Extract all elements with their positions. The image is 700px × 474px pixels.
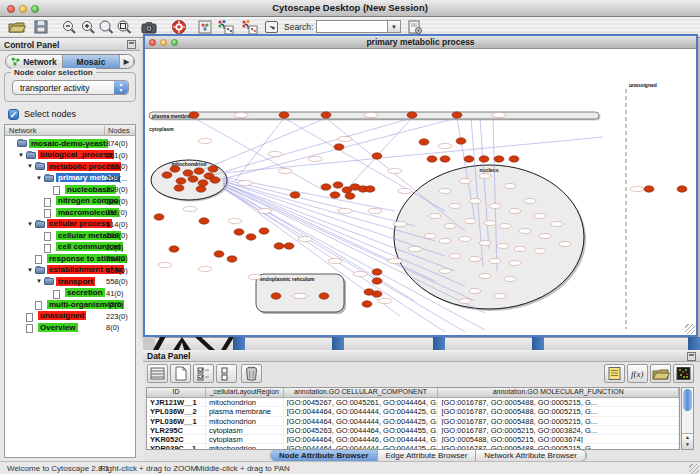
gene-label-oval[interactable] xyxy=(497,244,509,249)
network-node[interactable] xyxy=(194,168,204,174)
gene-label-oval[interactable] xyxy=(298,236,312,241)
table-cell[interactable]: mitochondrion xyxy=(206,417,284,425)
gene-label-oval[interactable] xyxy=(198,266,212,271)
gene-label-oval[interactable] xyxy=(439,269,451,274)
table-cell[interactable]: YJR121W__1 xyxy=(147,398,206,406)
gene-label-oval[interactable] xyxy=(444,224,456,229)
gene-label-oval[interactable] xyxy=(439,189,451,194)
table-cell[interactable]: [GO:0045263, GO:0044464, GO:0044455, G..… xyxy=(284,426,439,434)
table-cell[interactable]: YDR039C__1 xyxy=(147,444,206,450)
gene-label-oval[interactable] xyxy=(459,179,471,184)
network-node[interactable] xyxy=(170,166,180,172)
table-cell[interactable]: YPL036W__2 xyxy=(147,407,206,415)
gene-label-oval[interactable] xyxy=(464,219,476,224)
create-network-view-icon[interactable] xyxy=(196,19,214,35)
table-row[interactable]: YLR295Ccytoplasm[GO:0045263, GO:0044464,… xyxy=(147,426,679,435)
control-panel-float-icon[interactable] xyxy=(127,40,136,49)
table-cell[interactable]: [GO:0016787, GO:0005488, GO:0005215, G..… xyxy=(438,407,679,415)
table-cell[interactable]: mitochondrion xyxy=(206,398,284,406)
gene-label-oval[interactable] xyxy=(378,298,392,303)
table-cell[interactable]: [GO:0016787, GO:0005488, GO:0005215, G..… xyxy=(438,417,679,425)
gene-label-oval[interactable] xyxy=(469,289,481,294)
column-header-0[interactable]: ID xyxy=(147,388,206,397)
gene-label-oval[interactable] xyxy=(234,112,248,117)
network-resize-grip[interactable] xyxy=(685,324,695,334)
tree-row-label[interactable]: Overview xyxy=(38,323,78,332)
gene-label-oval[interactable] xyxy=(398,188,412,193)
gene-label-oval[interactable] xyxy=(393,221,407,226)
gene-label-oval[interactable] xyxy=(364,112,378,117)
network-node[interactable] xyxy=(284,243,294,249)
tree-row-cellular-process[interactable]: ▼cellular process614(0) xyxy=(5,219,135,231)
expand-triangle-icon[interactable]: ▼ xyxy=(36,175,42,181)
gene-label-oval[interactable] xyxy=(509,209,521,214)
table-cell[interactable]: [GO:0005488, GO:0005215, GO:0003674] xyxy=(438,435,679,443)
tree-row-biological-process[interactable]: ▼biological_process651(0) xyxy=(5,150,135,162)
network-node[interactable] xyxy=(259,228,269,234)
network-node[interactable] xyxy=(677,186,687,192)
network-node[interactable] xyxy=(494,156,504,162)
unselect-all-attributes-icon[interactable] xyxy=(216,364,237,383)
network-node[interactable] xyxy=(372,291,382,297)
table-cell[interactable]: cytoplasm xyxy=(206,426,284,434)
gene-label-oval[interactable] xyxy=(293,293,307,298)
gene-label-oval[interactable] xyxy=(368,208,382,213)
network-node[interactable] xyxy=(279,112,289,118)
gene-label-oval[interactable] xyxy=(489,259,501,264)
network-node[interactable] xyxy=(176,178,186,184)
tree-row-response-to-stimulu[interactable]: response to stimulu264(0) xyxy=(5,253,135,265)
network-node[interactable] xyxy=(199,218,209,224)
annotation-icon[interactable] xyxy=(263,19,281,35)
select-nodes-checkbox[interactable]: ✓ xyxy=(8,109,19,120)
gene-label-oval[interactable] xyxy=(338,136,352,141)
gene-label-oval[interactable] xyxy=(630,186,644,191)
network-node[interactable] xyxy=(362,301,372,307)
network-node[interactable] xyxy=(372,269,382,275)
network-node[interactable] xyxy=(407,112,417,118)
table-scrollbar-thumb[interactable] xyxy=(683,389,692,411)
expand-triangle-icon[interactable]: ▼ xyxy=(18,152,24,158)
network-node[interactable] xyxy=(214,251,224,257)
gene-label-oval[interactable] xyxy=(278,168,292,173)
table-cell[interactable]: [GO:0044464, GO:0044446, GO:0044444, G..… xyxy=(284,435,439,443)
select-all-attributes-icon[interactable] xyxy=(193,364,214,383)
gene-label-oval[interactable] xyxy=(388,258,402,263)
tree-row-nitrogen-compo[interactable]: nitrogen compo209(0) xyxy=(5,196,135,208)
table-scrollbar-arrows[interactable]: ▲▼ xyxy=(682,433,693,449)
table-cell[interactable]: YLR295C xyxy=(147,426,206,434)
zoom-in-icon[interactable] xyxy=(79,19,97,35)
gene-label-oval[interactable] xyxy=(449,204,461,209)
function-builder-icon[interactable]: f(x) xyxy=(627,364,648,383)
gene-label-oval[interactable] xyxy=(494,294,506,299)
search-dropdown-button[interactable]: ▼ xyxy=(388,20,401,33)
tab-mosaic[interactable]: Mosaic xyxy=(63,55,120,68)
column-header-2[interactable]: annotation.GO CELLULAR_COMPONENT xyxy=(284,388,439,397)
network-node[interactable] xyxy=(330,192,340,198)
background-windows-strip[interactable] xyxy=(143,337,700,350)
table-cell[interactable]: [GO:0016787, GO:0005488, GO:0005215, G..… xyxy=(438,398,679,406)
attribute-batch-icon[interactable] xyxy=(604,364,625,383)
network-window-titlebar[interactable]: primary metabolic process xyxy=(145,36,696,49)
gene-label-oval[interactable] xyxy=(258,208,272,213)
network-node[interactable] xyxy=(365,186,375,192)
gene-label-oval[interactable] xyxy=(439,239,451,244)
network-node[interactable] xyxy=(227,256,237,262)
tree-row-label[interactable]: unassigned xyxy=(38,311,86,320)
network-node[interactable] xyxy=(198,180,208,186)
tab-overflow-arrow[interactable]: ▶ xyxy=(120,55,134,68)
snapshot-icon[interactable] xyxy=(140,19,158,35)
gene-label-oval[interactable] xyxy=(519,229,531,234)
gene-label-oval[interactable] xyxy=(388,168,402,173)
network-node[interactable] xyxy=(174,185,184,191)
tab-network-attribute-browser[interactable]: Network Attribute Browser xyxy=(476,450,585,461)
gene-label-oval[interactable] xyxy=(489,204,501,209)
network-node[interactable] xyxy=(169,246,179,252)
network-node[interactable] xyxy=(345,193,355,199)
tree-row-cellular-metabol[interactable]: cellular metabol209(0) xyxy=(5,230,135,242)
tree-row-nucleobase-[interactable]: nucleobase-209(0) xyxy=(5,184,135,196)
table-cell[interactable]: [GO:0044464, GO:0044444, GO:0044425, G..… xyxy=(284,407,439,415)
tree-row-label[interactable]: mosaic-demo-yeast xyxy=(29,139,108,148)
gene-label-oval[interactable] xyxy=(248,274,262,279)
gene-label-oval[interactable] xyxy=(559,242,571,247)
gene-label-oval[interactable] xyxy=(198,138,212,143)
